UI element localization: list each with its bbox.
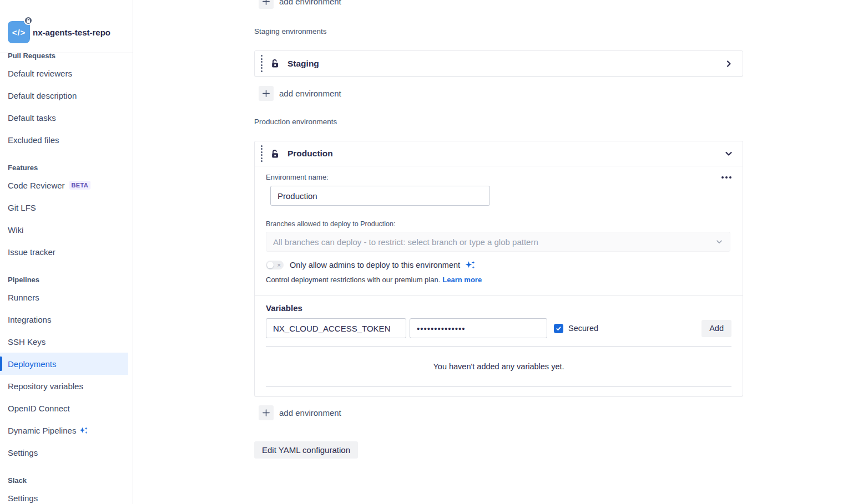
- sparkles-icon: [465, 259, 476, 271]
- admins-only-toggle-label: Only allow admins to deploy to this envi…: [290, 261, 460, 269]
- production-environments-label: Production environments: [254, 118, 743, 126]
- lock-icon: [26, 18, 31, 23]
- branches-allowed-label: Branches allowed to deploy to Production…: [266, 220, 731, 228]
- production-card-body: Environment name: Branches allowed to de…: [255, 173, 743, 396]
- code-brackets-icon: </>: [12, 28, 26, 37]
- sparkles-icon: [79, 426, 88, 435]
- sidebar-item-default-reviewers[interactable]: Default reviewers: [0, 62, 128, 84]
- edit-yaml-configuration-button[interactable]: Edit YAML configuration: [254, 441, 358, 459]
- sidebar-item-wiki[interactable]: Wiki: [0, 218, 128, 241]
- premium-restriction-text: Control deployment restrictions with our…: [266, 276, 440, 284]
- unlocked-padlock-icon: [270, 58, 280, 69]
- settings-sidebar: </> nx-agents-test-repo Pull Requests De…: [0, 0, 133, 504]
- admins-only-toggle[interactable]: ×: [266, 261, 284, 269]
- sidebar-item-default-description[interactable]: Default description: [0, 84, 128, 106]
- add-environment-button-production[interactable]: add environment: [254, 404, 341, 421]
- deployments-settings-content: add environment Staging environments Sta…: [254, 0, 743, 459]
- variables-divider: [266, 386, 731, 387]
- variables-divider: [266, 346, 731, 347]
- selected-indicator-bar: [0, 357, 2, 371]
- sidebar-item-issue-tracker[interactable]: Issue tracker: [0, 241, 128, 263]
- sidebar-item-deployments[interactable]: Deployments: [0, 353, 128, 375]
- toggle-knob: [267, 262, 274, 268]
- unlocked-padlock-icon: [270, 149, 280, 159]
- checkbox-checked-icon[interactable]: [554, 324, 563, 333]
- chevron-right-icon[interactable]: [724, 59, 733, 68]
- production-card-header[interactable]: Production: [255, 141, 743, 166]
- plus-icon: [259, 0, 274, 9]
- sidebar-item-repository-variables[interactable]: Repository variables: [0, 375, 128, 397]
- sidebar-item-openid-connect[interactable]: OpenID Connect: [0, 397, 128, 419]
- variables-empty-message: You haven't added any variables yet.: [266, 362, 731, 371]
- branches-dropdown-placeholder: All branches can deploy - to restrict: s…: [273, 237, 715, 247]
- sidebar-item-slack-settings[interactable]: Settings: [0, 487, 128, 504]
- learn-more-link[interactable]: Learn more: [442, 276, 482, 284]
- environment-name-input[interactable]: [270, 186, 490, 206]
- sidebar-item-dynamic-pipelines[interactable]: Dynamic Pipelines: [0, 419, 128, 441]
- add-environment-button-staging[interactable]: add environment: [254, 84, 341, 102]
- sidebar-item-git-lfs[interactable]: Git LFS: [0, 196, 128, 218]
- sidebar-item-excluded-files[interactable]: Excluded files: [0, 129, 128, 151]
- branches-dropdown[interactable]: All branches can deploy - to restrict: s…: [266, 232, 730, 252]
- staging-environment-card: Staging: [254, 50, 743, 77]
- chevron-down-icon: [715, 238, 723, 246]
- repo-header: </> nx-agents-test-repo: [0, 0, 133, 53]
- sidebar-item-default-tasks[interactable]: Default tasks: [0, 106, 128, 129]
- secured-checkbox-label: Secured: [568, 324, 598, 333]
- variables-heading: Variables: [266, 303, 731, 313]
- toggle-off-x-icon: ×: [277, 261, 281, 269]
- staging-environments-label: Staging environments: [254, 27, 743, 35]
- section-pipelines: Pipelines: [0, 267, 133, 286]
- repo-name: nx-agents-test-repo: [33, 28, 110, 37]
- staging-card-header[interactable]: Staging: [255, 51, 743, 76]
- environment-name-label: Environment name:: [266, 173, 329, 181]
- production-card-title: Production: [287, 149, 333, 159]
- sidebar-item-ssh-keys[interactable]: SSH Keys: [0, 330, 128, 353]
- beta-badge: BETA: [69, 181, 90, 190]
- sidebar-item-integrations[interactable]: Integrations: [0, 308, 128, 330]
- variable-value-input[interactable]: [410, 318, 547, 338]
- add-variable-button[interactable]: Add: [701, 320, 731, 337]
- production-environment-card: Production Environment name: Branches al…: [254, 141, 743, 396]
- plus-icon: [259, 86, 274, 101]
- plus-icon: [259, 405, 274, 420]
- staging-card-title: Staging: [287, 59, 319, 69]
- sidebar-item-code-reviewer[interactable]: Code Reviewer BETA: [0, 174, 128, 196]
- drag-handle-icon[interactable]: [261, 55, 263, 72]
- drag-handle-icon[interactable]: [261, 145, 263, 162]
- section-divider: [255, 295, 743, 296]
- chevron-down-icon[interactable]: [724, 149, 733, 158]
- sidebar-item-runners[interactable]: Runners: [0, 286, 128, 308]
- more-options-ellipsis-icon[interactable]: [721, 174, 731, 181]
- section-features: Features: [0, 155, 133, 174]
- secured-checkbox-wrap[interactable]: Secured: [554, 324, 598, 333]
- sidebar-nav: Pull Requests Default reviewers Default …: [0, 43, 133, 504]
- section-slack: Slack: [0, 468, 133, 487]
- add-environment-button-top[interactable]: add environment: [254, 0, 341, 10]
- private-repo-lock-badge: [24, 16, 33, 25]
- variable-name-input[interactable]: [266, 318, 406, 338]
- sidebar-divider: [0, 53, 133, 53]
- sidebar-item-pipelines-settings[interactable]: Settings: [0, 441, 128, 464]
